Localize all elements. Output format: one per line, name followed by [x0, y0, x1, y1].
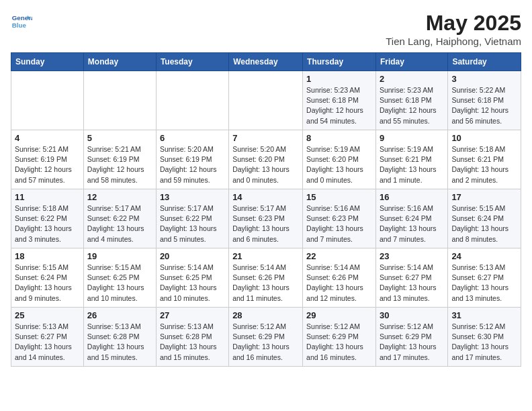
- day-detail: Sunrise: 5:23 AM Sunset: 6:18 PM Dayligh…: [380, 85, 444, 126]
- svg-text:Blue: Blue: [12, 21, 27, 29]
- calendar-cell: 5Sunrise: 5:21 AM Sunset: 6:19 PM Daylig…: [83, 130, 156, 189]
- day-detail: Sunrise: 5:15 AM Sunset: 6:25 PM Dayligh…: [87, 263, 152, 304]
- calendar-cell: [156, 71, 228, 130]
- calendar-cell: 30Sunrise: 5:12 AM Sunset: 6:29 PM Dayli…: [375, 308, 447, 367]
- calendar-cell: 18Sunrise: 5:15 AM Sunset: 6:24 PM Dayli…: [11, 248, 84, 308]
- day-detail: Sunrise: 5:12 AM Sunset: 6:30 PM Dayligh…: [451, 322, 517, 363]
- day-number: 7: [232, 133, 299, 143]
- day-detail: Sunrise: 5:15 AM Sunset: 6:24 PM Dayligh…: [15, 263, 80, 304]
- weekday-header-thursday: Thursday: [303, 53, 376, 71]
- day-number: 6: [160, 133, 225, 143]
- day-number: 8: [306, 133, 372, 143]
- day-number: 16: [380, 192, 444, 202]
- logo-icon: General Blue: [11, 11, 32, 32]
- weekday-header-friday: Friday: [375, 53, 447, 71]
- day-detail: Sunrise: 5:22 AM Sunset: 6:18 PM Dayligh…: [451, 85, 517, 126]
- calendar-cell: 22Sunrise: 5:14 AM Sunset: 6:26 PM Dayli…: [303, 248, 376, 308]
- day-number: 9: [380, 133, 444, 143]
- day-detail: Sunrise: 5:12 AM Sunset: 6:29 PM Dayligh…: [232, 322, 299, 363]
- day-detail: Sunrise: 5:13 AM Sunset: 6:28 PM Dayligh…: [87, 322, 152, 363]
- day-detail: Sunrise: 5:13 AM Sunset: 6:27 PM Dayligh…: [451, 263, 517, 304]
- day-number: 5: [87, 133, 152, 143]
- calendar-cell: [229, 71, 303, 130]
- day-number: 26: [87, 310, 152, 320]
- day-detail: Sunrise: 5:20 AM Sunset: 6:19 PM Dayligh…: [160, 144, 225, 185]
- title-block: May 2025 Tien Lang, Haiphong, Vietnam: [386, 11, 521, 47]
- day-detail: Sunrise: 5:20 AM Sunset: 6:20 PM Dayligh…: [232, 144, 299, 185]
- month-title: May 2025: [386, 11, 521, 36]
- calendar-table: SundayMondayTuesdayWednesdayThursdayFrid…: [11, 52, 521, 367]
- day-detail: Sunrise: 5:18 AM Sunset: 6:21 PM Dayligh…: [451, 144, 517, 185]
- day-number: 11: [15, 192, 80, 202]
- calendar-cell: 25Sunrise: 5:13 AM Sunset: 6:27 PM Dayli…: [11, 308, 84, 367]
- weekday-header-tuesday: Tuesday: [156, 53, 228, 71]
- day-detail: Sunrise: 5:14 AM Sunset: 6:27 PM Dayligh…: [380, 263, 444, 304]
- calendar-cell: 14Sunrise: 5:17 AM Sunset: 6:23 PM Dayli…: [229, 189, 303, 248]
- day-detail: Sunrise: 5:14 AM Sunset: 6:26 PM Dayligh…: [232, 263, 299, 304]
- calendar-cell: 20Sunrise: 5:14 AM Sunset: 6:25 PM Dayli…: [156, 248, 228, 308]
- day-detail: Sunrise: 5:16 AM Sunset: 6:23 PM Dayligh…: [306, 203, 372, 244]
- calendar-cell: 19Sunrise: 5:15 AM Sunset: 6:25 PM Dayli…: [83, 248, 156, 308]
- day-detail: Sunrise: 5:14 AM Sunset: 6:26 PM Dayligh…: [306, 263, 372, 304]
- day-number: 29: [306, 310, 372, 320]
- day-number: 30: [380, 310, 444, 320]
- day-number: 3: [451, 74, 517, 84]
- day-detail: Sunrise: 5:17 AM Sunset: 6:23 PM Dayligh…: [232, 203, 299, 244]
- day-number: 22: [306, 251, 372, 261]
- calendar-cell: 29Sunrise: 5:12 AM Sunset: 6:29 PM Dayli…: [303, 308, 376, 367]
- calendar-cell: 1Sunrise: 5:23 AM Sunset: 6:18 PM Daylig…: [303, 71, 376, 130]
- weekday-header-sunday: Sunday: [11, 53, 84, 71]
- logo: General Blue: [11, 11, 32, 32]
- day-detail: Sunrise: 5:16 AM Sunset: 6:24 PM Dayligh…: [380, 203, 444, 244]
- calendar-cell: 21Sunrise: 5:14 AM Sunset: 6:26 PM Dayli…: [229, 248, 303, 308]
- calendar-cell: 31Sunrise: 5:12 AM Sunset: 6:30 PM Dayli…: [448, 308, 521, 367]
- calendar-cell: 4Sunrise: 5:21 AM Sunset: 6:19 PM Daylig…: [11, 130, 84, 189]
- weekday-header-saturday: Saturday: [448, 53, 521, 71]
- day-number: 13: [160, 192, 225, 202]
- day-number: 25: [15, 310, 80, 320]
- day-detail: Sunrise: 5:19 AM Sunset: 6:20 PM Dayligh…: [306, 144, 372, 185]
- day-number: 15: [306, 192, 372, 202]
- day-detail: Sunrise: 5:12 AM Sunset: 6:29 PM Dayligh…: [306, 322, 372, 363]
- day-detail: Sunrise: 5:13 AM Sunset: 6:28 PM Dayligh…: [160, 322, 225, 363]
- weekday-header-wednesday: Wednesday: [229, 53, 303, 71]
- day-number: 14: [232, 192, 299, 202]
- day-detail: Sunrise: 5:12 AM Sunset: 6:29 PM Dayligh…: [380, 322, 444, 363]
- calendar-cell: 23Sunrise: 5:14 AM Sunset: 6:27 PM Dayli…: [375, 248, 447, 308]
- day-detail: Sunrise: 5:17 AM Sunset: 6:22 PM Dayligh…: [87, 203, 152, 244]
- calendar-cell: 16Sunrise: 5:16 AM Sunset: 6:24 PM Dayli…: [375, 189, 447, 248]
- day-number: 4: [15, 133, 80, 143]
- day-detail: Sunrise: 5:15 AM Sunset: 6:24 PM Dayligh…: [451, 203, 517, 244]
- day-number: 1: [306, 74, 372, 84]
- day-detail: Sunrise: 5:19 AM Sunset: 6:21 PM Dayligh…: [380, 144, 444, 185]
- day-number: 28: [232, 310, 299, 320]
- day-number: 17: [451, 192, 517, 202]
- day-number: 12: [87, 192, 152, 202]
- weekday-header-monday: Monday: [83, 53, 156, 71]
- calendar-cell: 13Sunrise: 5:17 AM Sunset: 6:22 PM Dayli…: [156, 189, 228, 248]
- calendar-cell: 3Sunrise: 5:22 AM Sunset: 6:18 PM Daylig…: [448, 71, 521, 130]
- location-title: Tien Lang, Haiphong, Vietnam: [386, 36, 521, 47]
- calendar-cell: 10Sunrise: 5:18 AM Sunset: 6:21 PM Dayli…: [448, 130, 521, 189]
- calendar-cell: 8Sunrise: 5:19 AM Sunset: 6:20 PM Daylig…: [303, 130, 376, 189]
- day-detail: Sunrise: 5:14 AM Sunset: 6:25 PM Dayligh…: [160, 263, 225, 304]
- day-detail: Sunrise: 5:17 AM Sunset: 6:22 PM Dayligh…: [160, 203, 225, 244]
- day-detail: Sunrise: 5:21 AM Sunset: 6:19 PM Dayligh…: [87, 144, 152, 185]
- calendar-cell: 24Sunrise: 5:13 AM Sunset: 6:27 PM Dayli…: [448, 248, 521, 308]
- day-detail: Sunrise: 5:21 AM Sunset: 6:19 PM Dayligh…: [15, 144, 80, 185]
- calendar-cell: 6Sunrise: 5:20 AM Sunset: 6:19 PM Daylig…: [156, 130, 228, 189]
- day-detail: Sunrise: 5:23 AM Sunset: 6:18 PM Dayligh…: [306, 85, 372, 126]
- calendar-cell: 7Sunrise: 5:20 AM Sunset: 6:20 PM Daylig…: [229, 130, 303, 189]
- day-number: 18: [15, 251, 80, 261]
- day-number: 2: [380, 74, 444, 84]
- day-number: 31: [451, 310, 517, 320]
- calendar-cell: 27Sunrise: 5:13 AM Sunset: 6:28 PM Dayli…: [156, 308, 228, 367]
- day-detail: Sunrise: 5:18 AM Sunset: 6:22 PM Dayligh…: [15, 203, 80, 244]
- calendar-cell: 26Sunrise: 5:13 AM Sunset: 6:28 PM Dayli…: [83, 308, 156, 367]
- day-number: 23: [380, 251, 444, 261]
- calendar-cell: 11Sunrise: 5:18 AM Sunset: 6:22 PM Dayli…: [11, 189, 84, 248]
- day-number: 10: [451, 133, 517, 143]
- day-number: 27: [160, 310, 225, 320]
- calendar-cell: 9Sunrise: 5:19 AM Sunset: 6:21 PM Daylig…: [375, 130, 447, 189]
- day-number: 24: [451, 251, 517, 261]
